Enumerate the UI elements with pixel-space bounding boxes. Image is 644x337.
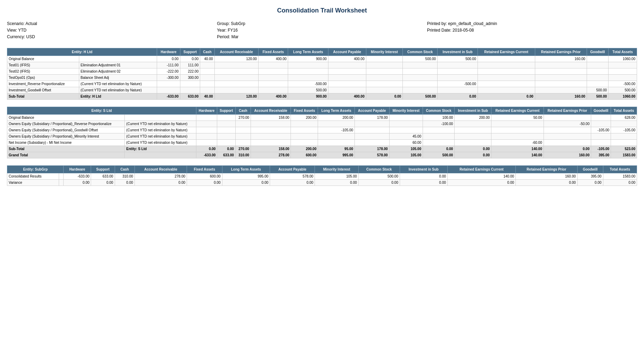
table-row — [366, 81, 402, 87]
table-row — [200, 87, 214, 93]
table-row: 158.00 — [251, 146, 291, 152]
table-row — [214, 68, 258, 75]
table-row — [355, 121, 389, 127]
table-row: 633.00 — [180, 93, 200, 100]
row-label-col1: Consolidated Results — [7, 173, 59, 180]
table-row: 0.00 — [180, 56, 200, 62]
table-row: -105.00 — [591, 127, 611, 133]
row-label-col1: Sub-Total — [7, 146, 125, 152]
table-row: 310.00 — [115, 173, 134, 180]
table-h-ltd: Entity: H Ltd Hardware Support Cash Acco… — [7, 48, 637, 100]
table-row — [587, 68, 608, 75]
table-row — [455, 121, 491, 127]
table-row — [403, 68, 438, 75]
table-row: 0.00 — [438, 93, 478, 100]
table-row — [157, 87, 180, 93]
table-row: -633.00 — [157, 93, 180, 100]
table-row: 40.00 — [200, 93, 214, 100]
table-row — [258, 68, 288, 75]
table-row — [455, 127, 491, 133]
table-row — [288, 68, 328, 75]
table-row — [403, 87, 438, 93]
table-row — [535, 75, 587, 81]
table-row — [366, 56, 402, 62]
row-label-col2: (Current YTD net elimination by Nature) — [79, 81, 157, 87]
table-row — [318, 121, 355, 127]
table-row — [491, 127, 544, 133]
table-row: 278.00 — [251, 152, 291, 158]
table-row — [478, 56, 535, 62]
table-row — [196, 133, 217, 140]
table-row: 0.00 — [455, 152, 491, 158]
table-row — [214, 81, 258, 87]
table-row: 500.00 — [288, 87, 328, 93]
table-row — [455, 140, 491, 146]
table-row: 140.00 — [448, 173, 516, 180]
year-label: Year: FY16 — [217, 28, 427, 33]
table-row: 500.00 — [358, 173, 400, 180]
row-label-col1: Net Income (Subsidiary) - MI Net Income — [7, 140, 125, 146]
table-row: 0.00 — [134, 180, 187, 186]
printed-date-label: Printed Date: 2018-05-08 — [427, 28, 637, 33]
table-row: 995.00 — [222, 173, 270, 180]
row-label-col2: Elimination Adjustment 02 — [79, 68, 157, 75]
table-row: 0.00 — [315, 180, 358, 186]
table-row: 400.00 — [258, 56, 288, 62]
table-row — [535, 87, 587, 93]
table-row: 120.00 — [214, 56, 258, 62]
table-row — [200, 75, 214, 81]
table-row: 628.00 — [611, 115, 637, 121]
table-row — [366, 75, 402, 81]
table-row — [366, 62, 402, 68]
table-row — [478, 81, 535, 87]
table-row: 105.00 — [315, 173, 358, 180]
table-row — [438, 87, 478, 93]
table-row: 160.00 — [516, 173, 578, 180]
table-row: 0.00 — [577, 180, 603, 186]
table-row — [611, 121, 637, 127]
table-row — [609, 68, 637, 75]
row-label-col1: TestOps01 (Ops) — [7, 75, 79, 81]
table-row — [611, 140, 637, 146]
table-row — [157, 81, 180, 87]
row-label-col2: (Current YTD net elimination by Nature) — [125, 133, 196, 140]
table-row — [389, 121, 423, 127]
table-row — [591, 133, 611, 140]
table-row: 633.00 — [217, 152, 236, 158]
entity-h-ltd-header: Entity: H Ltd — [7, 48, 157, 56]
row-label-col1: Original Balance — [7, 56, 79, 62]
table-row: 0.00 — [64, 180, 91, 186]
table-row: 0.00 — [222, 180, 270, 186]
meta-section: Scenario: Actual View: YTD Currency: USD… — [7, 21, 637, 41]
col-account-payable: Account Payable — [328, 48, 366, 56]
table-row — [258, 81, 288, 87]
table-row: 178.00 — [355, 146, 389, 152]
table-row: 160.00 — [544, 152, 591, 158]
meta-col-middle: Group: SubGrp Year: FY16 Period: Mar — [217, 21, 427, 41]
row-label-col2: Elimination Adjustment 01 — [79, 62, 157, 68]
table-row: 600.00 — [291, 152, 318, 158]
table-row — [196, 121, 217, 127]
table-row — [389, 127, 423, 133]
table-row — [291, 133, 318, 140]
row-label-col1: Variance — [7, 180, 59, 186]
table-row: 0.00 — [544, 146, 591, 152]
col-common-stock: Common Stock — [403, 48, 438, 56]
row-label-col1: Test01 (IFRS) — [7, 62, 79, 68]
table-row: 1060.00 — [609, 93, 637, 100]
table-row: 0.00 — [400, 173, 447, 180]
table-row: 0.00 — [516, 180, 578, 186]
table-row — [200, 81, 214, 87]
table-row: 0.00 — [358, 180, 400, 186]
row-label-col1: Owners Equity (Subsidiary / Proportional… — [7, 127, 125, 133]
table-row — [491, 133, 544, 140]
table-row: 310.00 — [235, 152, 251, 158]
table-row: 45.00 — [389, 133, 423, 140]
table-row — [291, 140, 318, 146]
table-row — [478, 75, 535, 81]
table-row: -633.00 — [64, 173, 91, 180]
table-row — [355, 127, 389, 133]
table-row: 400.00 — [328, 56, 366, 62]
table-row: -105.00 — [591, 146, 611, 152]
table-row: 100.00 — [423, 115, 454, 121]
